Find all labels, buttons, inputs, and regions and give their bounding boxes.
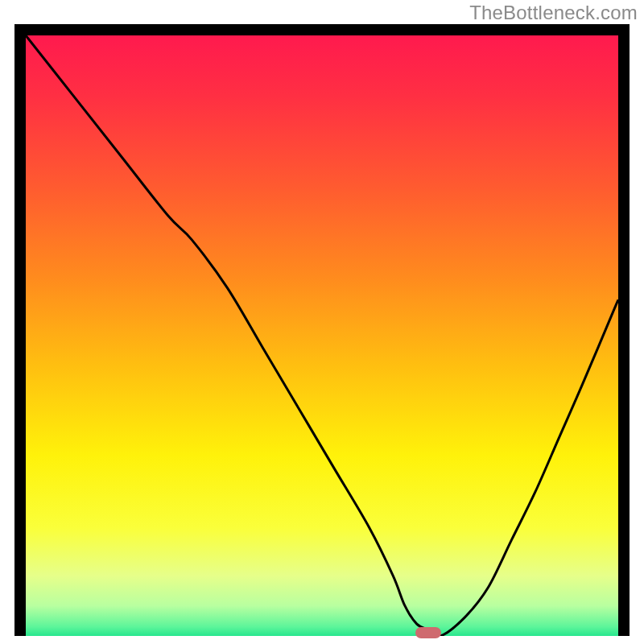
heatmap-background xyxy=(26,35,618,636)
optimal-marker xyxy=(415,627,441,638)
chart-container: TheBottleneck.com xyxy=(0,0,644,644)
plot-svg xyxy=(26,35,618,636)
plot-area xyxy=(26,35,618,636)
watermark-text: TheBottleneck.com xyxy=(469,2,638,24)
